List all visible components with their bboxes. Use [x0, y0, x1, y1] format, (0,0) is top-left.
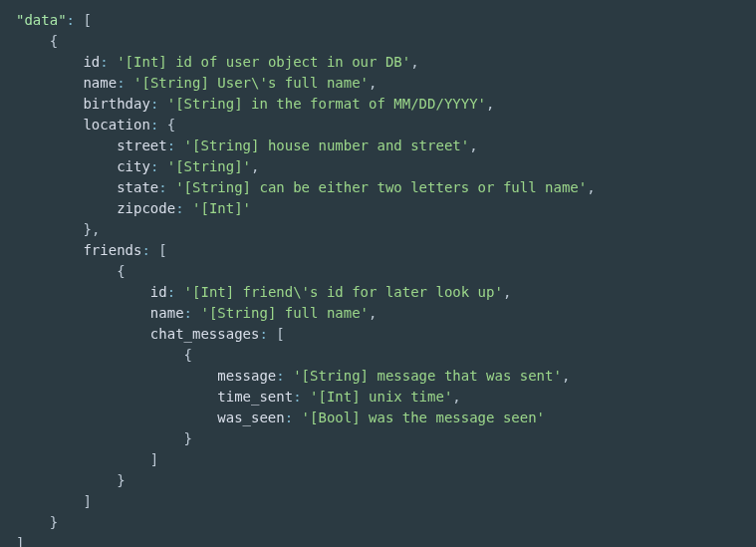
val-name: '[String] User\'s full name' — [133, 75, 369, 91]
key-message: message — [217, 368, 276, 384]
val-friend-id: '[Int] friend\'s id for later look up' — [184, 284, 503, 300]
key-chat-messages: chat_messages — [150, 326, 260, 342]
code-line: id: '[Int] friend\'s id for later look u… — [16, 282, 740, 303]
key-id: id — [83, 54, 100, 70]
code-line: name: '[String] full name', — [16, 303, 740, 324]
val-city: '[String]' — [167, 158, 251, 174]
code-line: { — [16, 31, 740, 52]
code-line: ] — [16, 533, 740, 547]
key-birthday: birthday — [83, 96, 149, 112]
code-line: birthday: '[String] in the format of MM/… — [16, 94, 740, 115]
val-state: '[String] can be either two letters or f… — [175, 179, 587, 195]
code-line: friends: [ — [16, 240, 740, 261]
val-birthday: '[String] in the format of MM/DD/YYYY' — [167, 96, 486, 112]
code-line: } — [16, 512, 740, 533]
code-line: street: '[String] house number and stree… — [16, 136, 740, 156]
key-time-sent: time_sent — [217, 389, 293, 405]
code-line: time_sent: '[Int] unix time', — [16, 387, 740, 408]
code-line: { — [16, 261, 740, 282]
code-line: { — [16, 345, 740, 366]
code-line: city: '[String]', — [16, 156, 740, 177]
val-time-sent: '[Int] unix time' — [310, 389, 452, 405]
key-city: city — [117, 158, 150, 174]
key-data: "data" — [16, 12, 67, 28]
key-name: name — [83, 75, 117, 91]
val-message: '[String] message that was sent' — [293, 368, 562, 384]
val-id: '[Int] id of user object in our DB' — [117, 54, 410, 70]
code-line: "data": [ — [16, 10, 740, 31]
key-zipcode: zipcode — [117, 200, 175, 216]
code-line: } — [16, 428, 740, 449]
key-was-seen: was_seen — [217, 410, 284, 425]
key-friends: friends — [83, 242, 141, 258]
key-friend-name: name — [150, 305, 184, 321]
code-line: }, — [16, 219, 740, 240]
key-street: street — [117, 137, 167, 153]
key-friend-id: id — [150, 284, 167, 300]
code-line: ] — [16, 491, 740, 512]
code-line: message: '[String] message that was sent… — [16, 366, 740, 387]
code-line: id: '[Int] id of user object in our DB', — [16, 52, 740, 73]
code-line: zipcode: '[Int]' — [16, 198, 740, 219]
code-line: ] — [16, 449, 740, 470]
code-line: } — [16, 470, 740, 491]
val-was-seen: '[Bool] was the message seen' — [302, 410, 545, 425]
code-line: name: '[String] User\'s full name', — [16, 73, 740, 94]
code-line: chat_messages: [ — [16, 324, 740, 345]
code-line: state: '[String] can be either two lette… — [16, 177, 740, 198]
key-state: state — [117, 179, 158, 195]
val-zipcode: '[Int]' — [192, 200, 251, 216]
code-block: "data": [ { id: '[Int] id of user object… — [16, 10, 740, 547]
val-street: '[String] house number and street' — [184, 137, 470, 153]
val-friend-name: '[String] full name' — [200, 305, 369, 321]
code-line: location: { — [16, 115, 740, 136]
code-line: was_seen: '[Bool] was the message seen' — [16, 408, 740, 428]
key-location: location — [83, 117, 149, 133]
